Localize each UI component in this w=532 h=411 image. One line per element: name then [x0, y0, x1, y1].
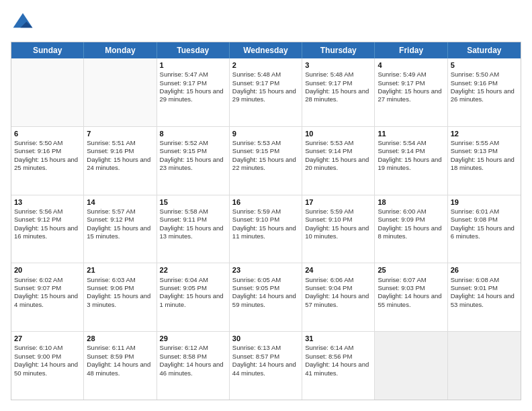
- day-info: Sunrise: 6:01 AMSunset: 9:08 PMDaylight:…: [451, 208, 515, 240]
- day-number: 1: [160, 60, 226, 70]
- calendar-week-4: 20Sunrise: 6:02 AMSunset: 9:07 PMDayligh…: [11, 263, 521, 332]
- header-day-monday: Monday: [84, 42, 157, 58]
- day-number: 13: [14, 197, 81, 207]
- day-info: Sunrise: 5:59 AMSunset: 9:10 PMDaylight:…: [232, 208, 296, 240]
- day-number: 8: [160, 129, 226, 138]
- day-number: 9: [232, 129, 299, 138]
- day-cell-30: 30Sunrise: 6:13 AMSunset: 8:57 PMDayligh…: [230, 332, 302, 400]
- day-info: Sunrise: 5:47 AMSunset: 9:17 PMDaylight:…: [160, 71, 224, 103]
- day-number: 11: [378, 129, 444, 138]
- day-cell-18: 18Sunrise: 6:00 AMSunset: 9:09 PMDayligh…: [375, 195, 447, 263]
- day-cell-16: 16Sunrise: 5:59 AMSunset: 9:10 PMDayligh…: [230, 195, 302, 263]
- day-cell-5: 5Sunrise: 5:50 AMSunset: 9:16 PMDaylight…: [448, 58, 521, 126]
- day-cell-3: 3Sunrise: 5:48 AMSunset: 9:17 PMDaylight…: [302, 58, 375, 126]
- day-info: Sunrise: 5:53 AMSunset: 9:15 PMDaylight:…: [232, 139, 296, 171]
- day-number: 7: [87, 129, 153, 138]
- day-info: Sunrise: 5:48 AMSunset: 9:17 PMDaylight:…: [232, 71, 296, 103]
- header-day-thursday: Thursday: [302, 42, 375, 58]
- day-info: Sunrise: 6:08 AMSunset: 9:01 PMDaylight:…: [451, 276, 515, 308]
- day-info: Sunrise: 6:04 AMSunset: 9:05 PMDaylight:…: [160, 276, 224, 308]
- day-number: 27: [14, 334, 81, 343]
- header-day-friday: Friday: [375, 42, 447, 58]
- day-cell-28: 28Sunrise: 6:11 AMSunset: 8:59 PMDayligh…: [84, 332, 157, 400]
- day-number: 14: [87, 197, 153, 207]
- day-info: Sunrise: 5:50 AMSunset: 9:16 PMDaylight:…: [14, 139, 78, 171]
- logo: [11, 11, 38, 35]
- day-cell-2: 2Sunrise: 5:48 AMSunset: 9:17 PMDaylight…: [230, 58, 302, 126]
- day-cell-10: 10Sunrise: 5:53 AMSunset: 9:14 PMDayligh…: [302, 127, 375, 195]
- day-cell-9: 9Sunrise: 5:53 AMSunset: 9:15 PMDaylight…: [230, 127, 302, 195]
- day-info: Sunrise: 6:00 AMSunset: 9:09 PMDaylight:…: [378, 208, 441, 240]
- day-cell-29: 29Sunrise: 6:12 AMSunset: 8:58 PMDayligh…: [157, 332, 230, 400]
- header: [11, 11, 521, 35]
- day-number: 2: [232, 60, 299, 70]
- day-info: Sunrise: 5:51 AMSunset: 9:16 PMDaylight:…: [87, 139, 150, 171]
- day-number: 23: [232, 265, 299, 275]
- day-info: Sunrise: 5:57 AMSunset: 9:12 PMDaylight:…: [87, 208, 150, 240]
- day-info: Sunrise: 5:55 AMSunset: 9:13 PMDaylight:…: [451, 139, 515, 171]
- day-info: Sunrise: 5:59 AMSunset: 9:10 PMDaylight:…: [305, 208, 369, 240]
- day-number: 15: [160, 197, 226, 207]
- day-number: 17: [305, 197, 371, 207]
- page: SundayMondayTuesdayWednesdayThursdayFrid…: [0, 0, 532, 411]
- day-cell-17: 17Sunrise: 5:59 AMSunset: 9:10 PMDayligh…: [302, 195, 375, 263]
- day-number: 6: [14, 129, 81, 138]
- day-cell-1: 1Sunrise: 5:47 AMSunset: 9:17 PMDaylight…: [157, 58, 230, 126]
- header-day-tuesday: Tuesday: [157, 42, 230, 58]
- day-cell-19: 19Sunrise: 6:01 AMSunset: 9:08 PMDayligh…: [448, 195, 521, 263]
- day-number: 16: [232, 197, 299, 207]
- day-number: 12: [451, 129, 518, 138]
- day-info: Sunrise: 6:05 AMSunset: 9:05 PMDaylight:…: [232, 276, 296, 308]
- day-cell-31: 31Sunrise: 6:14 AMSunset: 8:56 PMDayligh…: [302, 332, 375, 400]
- day-info: Sunrise: 6:03 AMSunset: 9:06 PMDaylight:…: [87, 276, 150, 308]
- day-info: Sunrise: 6:10 AMSunset: 9:00 PMDaylight:…: [14, 344, 78, 376]
- day-number: 5: [451, 60, 518, 70]
- day-cell-20: 20Sunrise: 6:02 AMSunset: 9:07 PMDayligh…: [11, 263, 84, 331]
- day-number: 24: [305, 265, 371, 275]
- day-cell-21: 21Sunrise: 6:03 AMSunset: 9:06 PMDayligh…: [84, 263, 157, 331]
- calendar-week-2: 6Sunrise: 5:50 AMSunset: 9:16 PMDaylight…: [11, 127, 521, 195]
- day-number: 26: [451, 265, 518, 275]
- calendar-week-5: 27Sunrise: 6:10 AMSunset: 9:00 PMDayligh…: [11, 332, 521, 400]
- logo-icon: [11, 11, 35, 35]
- calendar: SundayMondayTuesdayWednesdayThursdayFrid…: [11, 42, 521, 400]
- day-cell-26: 26Sunrise: 6:08 AMSunset: 9:01 PMDayligh…: [448, 263, 521, 331]
- day-number: 22: [160, 265, 226, 275]
- header-day-saturday: Saturday: [448, 42, 521, 58]
- header-day-wednesday: Wednesday: [230, 42, 302, 58]
- day-number: 30: [232, 334, 299, 343]
- calendar-week-1: 1Sunrise: 5:47 AMSunset: 9:17 PMDaylight…: [11, 58, 521, 127]
- day-info: Sunrise: 5:56 AMSunset: 9:12 PMDaylight:…: [14, 208, 78, 240]
- day-cell-23: 23Sunrise: 6:05 AMSunset: 9:05 PMDayligh…: [230, 263, 302, 331]
- day-info: Sunrise: 6:02 AMSunset: 9:07 PMDaylight:…: [14, 276, 78, 308]
- day-number: 29: [160, 334, 226, 343]
- day-cell-12: 12Sunrise: 5:55 AMSunset: 9:13 PMDayligh…: [448, 127, 521, 195]
- day-number: 31: [305, 334, 371, 343]
- day-number: 10: [305, 129, 371, 138]
- day-number: 28: [87, 334, 153, 343]
- day-cell-4: 4Sunrise: 5:49 AMSunset: 9:17 PMDaylight…: [375, 58, 447, 126]
- calendar-body: 1Sunrise: 5:47 AMSunset: 9:17 PMDaylight…: [11, 58, 521, 400]
- day-number: 3: [305, 60, 371, 70]
- day-info: Sunrise: 6:11 AMSunset: 8:59 PMDaylight:…: [87, 344, 150, 376]
- day-cell-25: 25Sunrise: 6:07 AMSunset: 9:03 PMDayligh…: [375, 263, 447, 331]
- calendar-header: SundayMondayTuesdayWednesdayThursdayFrid…: [11, 42, 521, 58]
- day-info: Sunrise: 6:12 AMSunset: 8:58 PMDaylight:…: [160, 344, 224, 376]
- day-cell-7: 7Sunrise: 5:51 AMSunset: 9:16 PMDaylight…: [84, 127, 157, 195]
- day-info: Sunrise: 6:07 AMSunset: 9:03 PMDaylight:…: [378, 276, 441, 308]
- day-info: Sunrise: 5:54 AMSunset: 9:14 PMDaylight:…: [378, 139, 441, 171]
- day-number: 4: [378, 60, 444, 70]
- day-number: 18: [378, 197, 444, 207]
- empty-cell: [375, 332, 447, 400]
- empty-cell: [11, 58, 84, 126]
- day-info: Sunrise: 5:52 AMSunset: 9:15 PMDaylight:…: [160, 139, 224, 171]
- empty-cell: [84, 58, 157, 126]
- day-number: 25: [378, 265, 444, 275]
- day-cell-22: 22Sunrise: 6:04 AMSunset: 9:05 PMDayligh…: [157, 263, 230, 331]
- day-cell-8: 8Sunrise: 5:52 AMSunset: 9:15 PMDaylight…: [157, 127, 230, 195]
- day-cell-11: 11Sunrise: 5:54 AMSunset: 9:14 PMDayligh…: [375, 127, 447, 195]
- empty-cell: [448, 332, 521, 400]
- day-cell-6: 6Sunrise: 5:50 AMSunset: 9:16 PMDaylight…: [11, 127, 84, 195]
- day-number: 20: [14, 265, 81, 275]
- day-number: 21: [87, 265, 153, 275]
